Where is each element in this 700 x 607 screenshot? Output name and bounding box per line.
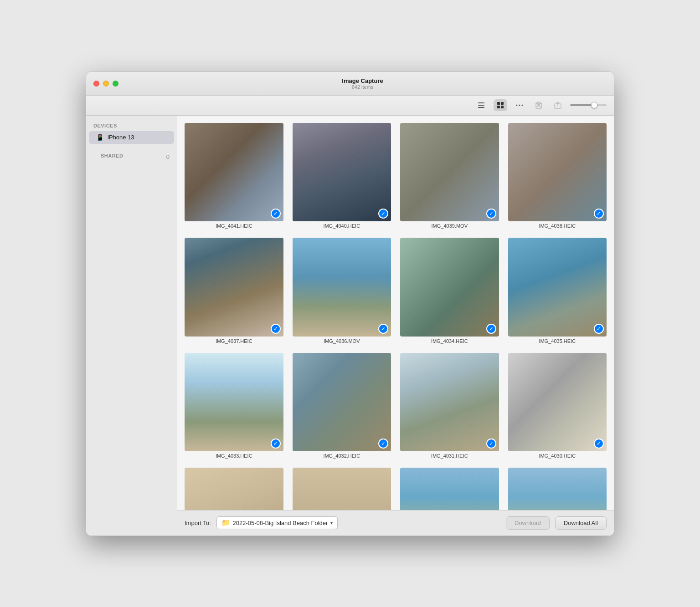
- photo-item-11[interactable]: ✓IMG_4031.HEIC: [400, 353, 499, 459]
- folder-icon: 📁: [221, 519, 230, 527]
- photo-label-1: IMG_4041.HEIC: [216, 223, 252, 229]
- photo-item-15[interactable]: ✓IMG_4028.MOV: [400, 468, 499, 510]
- photo-image-12: [508, 353, 607, 452]
- photo-image-5: [185, 238, 283, 337]
- photo-thumb-10: ✓: [293, 353, 391, 452]
- photo-image-13: [185, 468, 283, 510]
- photo-image-16: [508, 468, 607, 510]
- photo-item-5[interactable]: ✓IMG_4037.HEIC: [185, 238, 283, 344]
- photo-thumb-13: ✓: [185, 468, 283, 510]
- photo-image-8: [508, 238, 607, 337]
- device-name: iPhone 13: [108, 134, 134, 141]
- svg-point-8: [519, 105, 520, 106]
- check-badge-5: ✓: [271, 324, 281, 334]
- svg-rect-4: [501, 102, 504, 105]
- photo-image-3: [400, 123, 499, 222]
- svg-rect-3: [497, 102, 500, 105]
- photo-item-13[interactable]: ✓IMG_4029.MOV: [185, 468, 283, 510]
- import-folder-button[interactable]: 📁 2022-05-08-Big Island Beach Folder ▾: [216, 516, 338, 529]
- app-window: Image Capture 642 items: [86, 71, 614, 536]
- svg-point-7: [516, 105, 518, 106]
- photo-item-1[interactable]: ✓IMG_4041.HEIC: [185, 123, 283, 229]
- check-badge-12: ✓: [594, 439, 604, 449]
- photo-thumb-15: ✓: [400, 468, 499, 510]
- shared-section-label: SHARED: [93, 153, 130, 161]
- traffic-lights: [93, 81, 118, 87]
- photo-image-7: [400, 238, 499, 337]
- shared-count: 0: [166, 153, 170, 160]
- photo-thumb-4: ✓: [508, 123, 607, 222]
- photo-item-8[interactable]: ✓IMG_4035.HEIC: [508, 238, 607, 344]
- grid-view-button[interactable]: [494, 99, 507, 111]
- photo-label-4: IMG_4038.HEIC: [539, 223, 576, 229]
- photo-item-10[interactable]: ✓IMG_4032.HEIC: [293, 353, 391, 459]
- photo-item-14[interactable]: ✓IMG_E4029.MOV: [293, 468, 391, 510]
- photo-image-6: [293, 238, 391, 337]
- photo-label-7: IMG_4034.HEIC: [431, 338, 468, 344]
- shared-row: SHARED 0: [86, 153, 177, 161]
- photo-thumb-12: ✓: [508, 353, 607, 452]
- item-count: 642 items: [352, 84, 374, 90]
- photo-item-6[interactable]: ✓IMG_4036.MOV: [293, 238, 391, 344]
- close-button[interactable]: [93, 81, 99, 87]
- list-view-button[interactable]: [474, 99, 488, 111]
- photo-thumb-5: ✓: [185, 238, 283, 337]
- photo-item-3[interactable]: ✓IMG_4039.MOV: [400, 123, 499, 229]
- photo-label-9: IMG_4033.HEIC: [216, 453, 252, 459]
- svg-rect-5: [497, 106, 500, 108]
- photo-image-15: [400, 468, 499, 510]
- main-content: DEVICES 📱 iPhone 13 SHARED 0 ✓IMG_4041.H…: [86, 116, 614, 536]
- titlebar: Image Capture 642 items: [86, 72, 614, 96]
- photo-item-9[interactable]: ✓IMG_4033.HEIC: [185, 353, 283, 459]
- photo-image-1: [185, 123, 283, 222]
- check-badge-6: ✓: [378, 324, 388, 334]
- photo-label-12: IMG_4030.HEIC: [539, 453, 576, 459]
- check-badge-2: ✓: [378, 209, 388, 219]
- titlebar-center: Image Capture 642 items: [118, 77, 607, 90]
- photo-item-4[interactable]: ✓IMG_4038.HEIC: [508, 123, 607, 229]
- photo-image-11: [400, 353, 499, 452]
- photo-label-11: IMG_4031.HEIC: [431, 453, 468, 459]
- sidebar-item-iphone[interactable]: 📱 iPhone 13: [89, 131, 174, 144]
- photo-image-4: [508, 123, 607, 222]
- photo-grid-container[interactable]: ✓IMG_4041.HEIC✓IMG_4040.HEIC✓IMG_4039.MO…: [177, 116, 614, 510]
- check-badge-10: ✓: [378, 439, 388, 449]
- svg-rect-6: [501, 106, 504, 108]
- import-to-label: Import To:: [185, 520, 211, 526]
- photo-image-14: [293, 468, 391, 510]
- photo-image-9: [185, 353, 283, 452]
- check-badge-11: ✓: [486, 439, 496, 449]
- photo-item-16[interactable]: ✓IMG_4027.MOV: [508, 468, 607, 510]
- sidebar: DEVICES 📱 iPhone 13 SHARED 0: [86, 116, 177, 536]
- photo-label-6: IMG_4036.MOV: [324, 338, 360, 344]
- photo-thumb-6: ✓: [293, 238, 391, 337]
- photo-thumb-14: ✓: [293, 468, 391, 510]
- photo-label-3: IMG_4039.MOV: [432, 223, 468, 229]
- maximize-button[interactable]: [113, 81, 118, 87]
- more-options-button[interactable]: [513, 99, 526, 111]
- photo-thumb-8: ✓: [508, 238, 607, 337]
- check-badge-7: ✓: [486, 324, 496, 334]
- share-button[interactable]: [551, 99, 565, 111]
- zoom-slider[interactable]: [570, 104, 607, 106]
- photo-thumb-16: ✓: [508, 468, 607, 510]
- check-badge-1: ✓: [271, 209, 281, 219]
- download-button: Download: [506, 516, 550, 530]
- check-badge-4: ✓: [594, 209, 604, 219]
- photo-thumb-7: ✓: [400, 238, 499, 337]
- photo-label-8: IMG_4035.HEIC: [539, 338, 576, 344]
- check-badge-9: ✓: [271, 439, 281, 449]
- toolbar: [86, 96, 614, 116]
- photo-item-7[interactable]: ✓IMG_4034.HEIC: [400, 238, 499, 344]
- minimize-button[interactable]: [103, 81, 109, 87]
- photo-item-12[interactable]: ✓IMG_4030.HEIC: [508, 353, 607, 459]
- delete-button[interactable]: [532, 99, 546, 111]
- phone-icon: 📱: [96, 134, 104, 141]
- photo-thumb-9: ✓: [185, 353, 283, 452]
- download-all-button[interactable]: Download All: [555, 516, 607, 530]
- shared-section: SHARED 0: [86, 153, 177, 161]
- photo-label-2: IMG_4040.HEIC: [323, 223, 360, 229]
- photo-grid: ✓IMG_4041.HEIC✓IMG_4040.HEIC✓IMG_4039.MO…: [185, 123, 607, 510]
- photo-thumb-3: ✓: [400, 123, 499, 222]
- photo-item-2[interactable]: ✓IMG_4040.HEIC: [293, 123, 391, 229]
